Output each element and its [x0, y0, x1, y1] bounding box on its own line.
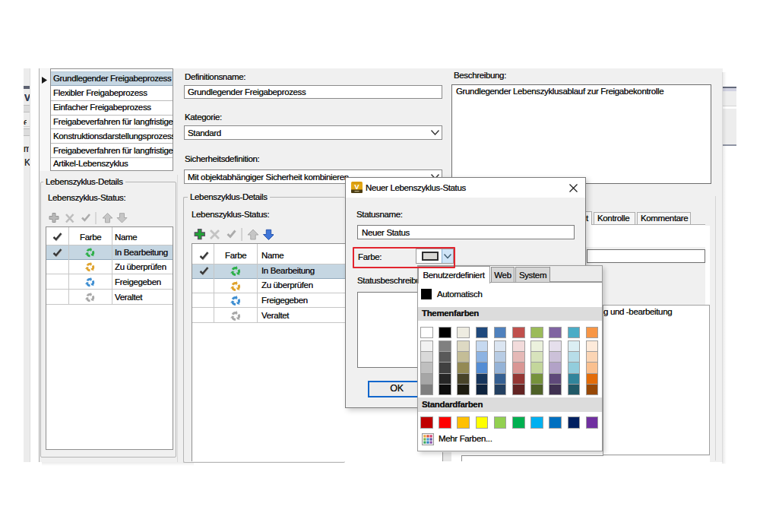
svg-text:V: V [354, 182, 359, 190]
